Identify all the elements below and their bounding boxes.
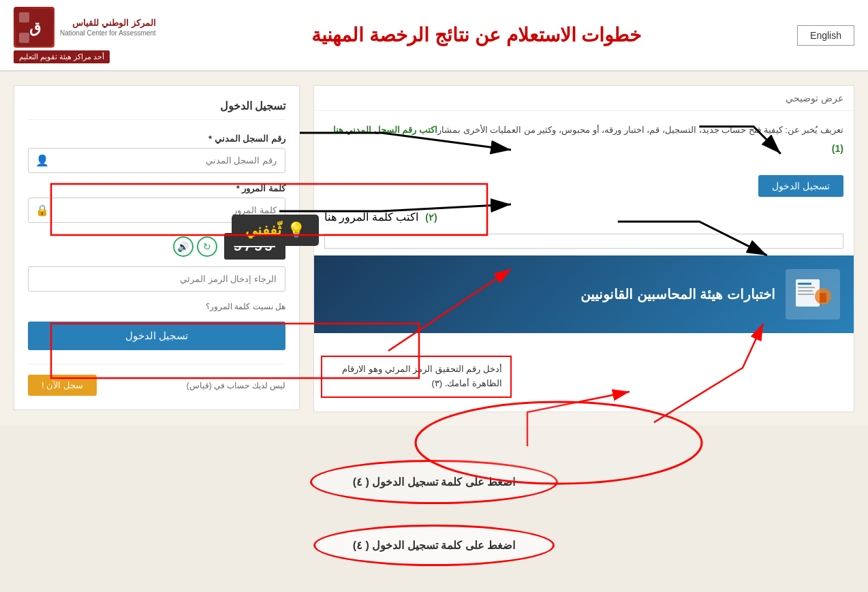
svg-rect-6	[798, 287, 815, 288]
no-account-text: ليس لديك حساب في (قياس)	[187, 381, 285, 390]
civil-id-group: رقم السجل المدني * 👤	[28, 134, 285, 173]
captcha-refresh-btn[interactable]: ↻	[197, 236, 217, 257]
logo-name-ar: المركز الوطني للقياس	[72, 18, 155, 29]
civil-id-input[interactable]	[56, 149, 285, 172]
logo-area: المركز الوطني للقياس National Center for…	[14, 7, 156, 63]
page-header: English خطوات الاستعلام عن نتائج الرخصة …	[0, 0, 868, 72]
tutorial-login-btn[interactable]: تسجيل الدخول	[758, 175, 843, 197]
civil-id-input-wrapper[interactable]: 👤	[28, 148, 285, 173]
svg-rect-3	[19, 33, 29, 43]
svg-rect-8	[798, 294, 814, 295]
main-content: عرض توضيحي تعريف يُخبر عن: كيفية فتح حسا…	[0, 72, 868, 426]
login-title: تسجيل الدخول	[28, 99, 285, 120]
svg-rect-5	[798, 283, 811, 285]
step2-number: (٢)	[425, 212, 437, 223]
civil-id-label: رقم السجل المدني *	[28, 134, 285, 144]
captcha-controls: ↻ 🔊	[173, 236, 217, 257]
banner-title: اختبارات هيئة المحاسبين القانونيين	[580, 286, 775, 302]
step1-number: (1)	[832, 143, 843, 154]
forgot-password-link[interactable]: هل نسيت كلمة المرور؟	[28, 302, 285, 311]
svg-text:ق: ق	[29, 19, 40, 36]
lock-icon: 🔒	[29, 198, 56, 222]
step4-annotation: اضغط على كلمة تسجيل الدخول ( ٤)	[310, 460, 558, 504]
svg-rect-2	[19, 12, 29, 22]
logo-name-en: National Center for Assessment	[60, 29, 156, 37]
captcha-input[interactable]	[29, 267, 285, 291]
login-button[interactable]: تسجيل الدخول	[28, 322, 285, 350]
logo-icon: ق	[14, 7, 55, 48]
english-button[interactable]: English	[797, 25, 854, 46]
bottom-annotation-area: اضغط على كلمة تسجيل الدخول ( ٤)	[0, 446, 868, 518]
captcha-input-wrapper[interactable]	[28, 266, 285, 292]
page-title: خطوات الاستعلام عن نتائج الرخصة المهنية	[156, 24, 797, 46]
captcha-audio-btn[interactable]: 🔊	[173, 236, 193, 257]
bottom-oval-text-area: اضغط على كلمة تسجيل الدخول ( ٤)	[0, 525, 868, 566]
svg-rect-10	[820, 293, 826, 302]
password-label: كلمة المرور *	[28, 183, 285, 193]
step1-instruction: اكتب رقم السجل المدني هنا	[333, 125, 437, 135]
captcha-input-group	[28, 266, 285, 292]
register-now-button[interactable]: سجل الآن !	[28, 375, 97, 396]
login-panel: تسجيل الدخول رقم السجل المدني * 👤 كلمة ا…	[14, 85, 300, 410]
tutorial-banner: اختبارات هيئة المحاسبين القانونيين	[314, 255, 854, 333]
tthaqni-box: 💡 ثّففني	[232, 215, 319, 246]
annotation-box-3: أدخل رقم التحقيق الرمز المرئي وهو الارقا…	[321, 356, 512, 398]
step2-instruction: اكتب كلمة المرور هنا	[324, 211, 418, 223]
tutorial-body: تعريف يُخبر عن: كيفية فتح حساب جديد، الت…	[314, 111, 854, 168]
user-icon: 👤	[29, 149, 56, 172]
logo-subtitle: أحد مراكز هيئة تقويم التعليم	[14, 50, 110, 63]
tthaqni-icon: 💡	[287, 221, 305, 239]
tutorial-password-area	[324, 234, 843, 249]
tutorial-header: عرض توضيحي	[314, 86, 854, 111]
step4-oval-label: اضغط على كلمة تسجيل الدخول ( ٤)	[313, 525, 555, 566]
svg-rect-7	[798, 290, 813, 292]
tutorial-panel: عرض توضيحي تعريف يُخبر عن: كيفية فتح حسا…	[313, 85, 854, 412]
tthaqni-text: ثّففني	[245, 221, 281, 239]
register-row: ليس لديك حساب في (قياس) سجل الآن !	[28, 364, 285, 396]
